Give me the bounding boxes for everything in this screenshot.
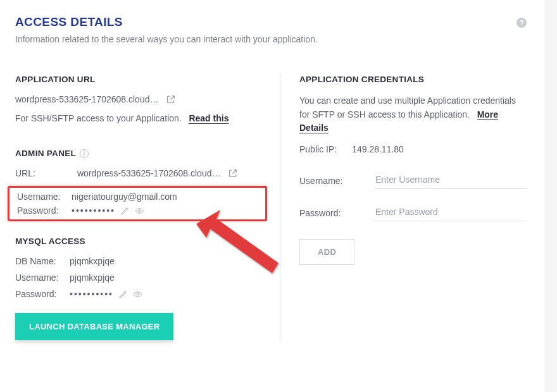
- page-header: ACCESS DETAILS Information related to th…: [15, 15, 527, 44]
- mysql-password-label: Password:: [15, 289, 70, 299]
- admin-url-value: wordpress-533625-1702608.cloud…: [77, 168, 220, 178]
- credentials-description: You can create and use multiple Applicat…: [299, 94, 527, 135]
- mysql-access-heading: MYSQL ACCESS: [15, 236, 267, 246]
- read-this-link[interactable]: Read this: [189, 113, 228, 124]
- pencil-icon[interactable]: [118, 290, 128, 299]
- mysql-dbname-value: pjqmkxpjqe: [70, 256, 115, 266]
- eye-icon[interactable]: [135, 206, 144, 216]
- credentials-username-input[interactable]: [374, 172, 527, 189]
- public-ip-label: Public IP:: [299, 144, 337, 154]
- svg-point-1: [137, 293, 139, 295]
- help-icon[interactable]: ?: [516, 18, 527, 28]
- application-url-heading: APPLICATION URL: [15, 75, 267, 84]
- admin-credentials-highlight: Username: nigeriatourguy@gmail.com Passw…: [8, 186, 267, 221]
- mysql-username-value: pjqmkxpjqe: [70, 273, 115, 283]
- admin-password-label: Password:: [17, 205, 72, 216]
- eye-icon[interactable]: [133, 290, 142, 299]
- admin-username-label: Username:: [17, 192, 72, 202]
- pencil-icon[interactable]: [120, 206, 130, 216]
- external-link-icon[interactable]: [166, 94, 176, 104]
- admin-url-label: URL:: [15, 168, 70, 178]
- public-ip-value: 149.28.11.80: [352, 144, 404, 154]
- mysql-password-value: ••••••••••: [70, 289, 113, 299]
- credentials-password-input[interactable]: [374, 204, 527, 221]
- admin-panel-heading: ADMIN PANEL i: [15, 149, 267, 158]
- page-subtitle: Information related to the several ways …: [15, 34, 527, 44]
- external-link-icon[interactable]: [228, 168, 238, 178]
- credentials-username-label: Username:: [299, 176, 374, 186]
- add-button[interactable]: ADD: [299, 239, 354, 265]
- admin-username-value: nigeriatourguy@gmail.com: [72, 192, 177, 202]
- mysql-dbname-label: DB Name:: [15, 256, 70, 266]
- svg-point-0: [139, 209, 141, 211]
- application-credentials-heading: APPLICATION CREDENTIALS: [299, 75, 527, 84]
- info-icon[interactable]: i: [80, 149, 89, 158]
- page-title: ACCESS DETAILS: [15, 15, 527, 29]
- application-url-value: wordpress-533625-1702608.cloud…: [15, 94, 158, 104]
- sftp-note: For SSH/SFTP access to your Application.…: [15, 113, 267, 123]
- launch-database-manager-button[interactable]: LAUNCH DATABASE MANAGER: [15, 313, 173, 340]
- admin-password-value: ••••••••••: [72, 205, 115, 216]
- mysql-username-label: Username:: [15, 273, 70, 283]
- credentials-password-label: Password:: [299, 208, 374, 218]
